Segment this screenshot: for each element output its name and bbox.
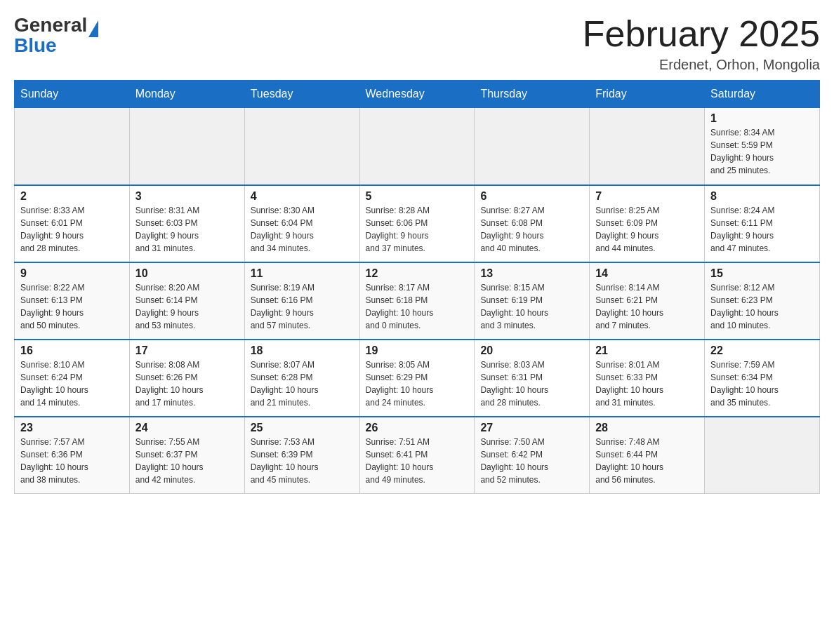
day-number: 8 (710, 190, 814, 203)
table-row: 22Sunrise: 7:59 AMSunset: 6:34 PMDayligh… (705, 340, 820, 417)
calendar-header-row: Sunday Monday Tuesday Wednesday Thursday… (15, 81, 820, 108)
day-info: Sunrise: 8:15 AMSunset: 6:19 PMDaylight:… (480, 281, 583, 332)
day-number: 16 (20, 344, 124, 357)
calendar-table: Sunday Monday Tuesday Wednesday Thursday… (14, 80, 820, 494)
calendar-week-row: 23Sunrise: 7:57 AMSunset: 6:36 PMDayligh… (15, 417, 820, 494)
col-sunday: Sunday (15, 81, 130, 108)
day-number: 4 (251, 190, 354, 203)
day-number: 23 (20, 422, 124, 434)
day-info: Sunrise: 8:17 AMSunset: 6:18 PMDaylight:… (366, 281, 469, 332)
day-number: 7 (595, 190, 699, 203)
day-info: Sunrise: 7:48 AMSunset: 6:44 PMDaylight:… (595, 436, 699, 486)
table-row: 23Sunrise: 7:57 AMSunset: 6:36 PMDayligh… (15, 417, 130, 494)
day-number: 24 (135, 422, 239, 434)
day-info: Sunrise: 8:28 AMSunset: 6:06 PMDaylight:… (366, 204, 469, 255)
table-row: 24Sunrise: 7:55 AMSunset: 6:37 PMDayligh… (129, 417, 244, 494)
col-monday: Monday (129, 81, 244, 108)
day-number: 11 (251, 267, 354, 280)
location-label: Erdenet, Orhon, Mongolia (583, 57, 820, 73)
table-row: 4Sunrise: 8:30 AMSunset: 6:04 PMDaylight… (244, 185, 359, 262)
table-row (15, 108, 130, 185)
logo-general-text: General (14, 14, 87, 36)
logo-blue-text: Blue (14, 34, 98, 57)
day-number: 19 (366, 344, 469, 357)
table-row: 7Sunrise: 8:25 AMSunset: 6:09 PMDaylight… (590, 185, 705, 262)
table-row (244, 108, 359, 185)
day-info: Sunrise: 8:33 AMSunset: 6:01 PMDaylight:… (20, 204, 124, 255)
table-row: 27Sunrise: 7:50 AMSunset: 6:42 PMDayligh… (475, 417, 590, 494)
day-info: Sunrise: 8:34 AMSunset: 5:59 PMDaylight:… (710, 126, 814, 177)
table-row: 26Sunrise: 7:51 AMSunset: 6:41 PMDayligh… (359, 417, 475, 494)
day-number: 9 (20, 267, 124, 280)
day-info: Sunrise: 7:59 AMSunset: 6:34 PMDaylight:… (710, 358, 814, 409)
table-row: 14Sunrise: 8:14 AMSunset: 6:21 PMDayligh… (590, 262, 705, 340)
day-number: 12 (366, 267, 469, 280)
table-row: 15Sunrise: 8:12 AMSunset: 6:23 PMDayligh… (705, 262, 820, 340)
day-info: Sunrise: 8:05 AMSunset: 6:29 PMDaylight:… (366, 358, 469, 409)
table-row: 28Sunrise: 7:48 AMSunset: 6:44 PMDayligh… (590, 417, 705, 494)
day-info: Sunrise: 7:55 AMSunset: 6:37 PMDaylight:… (135, 436, 239, 486)
day-number: 13 (480, 267, 583, 280)
table-row: 6Sunrise: 8:27 AMSunset: 6:08 PMDaylight… (475, 185, 590, 262)
day-info: Sunrise: 7:57 AMSunset: 6:36 PMDaylight:… (20, 436, 124, 486)
table-row: 1Sunrise: 8:34 AMSunset: 5:59 PMDaylight… (705, 108, 820, 185)
logo: General Blue (14, 14, 98, 57)
table-row: 12Sunrise: 8:17 AMSunset: 6:18 PMDayligh… (359, 262, 475, 340)
day-number: 1 (710, 112, 814, 125)
day-number: 10 (135, 267, 239, 280)
col-friday: Friday (590, 81, 705, 108)
table-row (359, 108, 475, 185)
calendar-week-row: 1Sunrise: 8:34 AMSunset: 5:59 PMDaylight… (15, 108, 820, 185)
day-info: Sunrise: 8:27 AMSunset: 6:08 PMDaylight:… (480, 204, 583, 255)
table-row: 20Sunrise: 8:03 AMSunset: 6:31 PMDayligh… (475, 340, 590, 417)
table-row: 18Sunrise: 8:07 AMSunset: 6:28 PMDayligh… (244, 340, 359, 417)
calendar-week-row: 9Sunrise: 8:22 AMSunset: 6:13 PMDaylight… (15, 262, 820, 340)
day-number: 21 (595, 344, 699, 357)
day-info: Sunrise: 8:19 AMSunset: 6:16 PMDaylight:… (251, 281, 354, 332)
col-tuesday: Tuesday (244, 81, 359, 108)
table-row: 17Sunrise: 8:08 AMSunset: 6:26 PMDayligh… (129, 340, 244, 417)
table-row: 25Sunrise: 7:53 AMSunset: 6:39 PMDayligh… (244, 417, 359, 494)
logo-triangle-icon (88, 20, 98, 37)
day-number: 2 (20, 190, 124, 203)
day-number: 28 (595, 422, 699, 434)
day-number: 27 (480, 422, 583, 434)
day-info: Sunrise: 7:53 AMSunset: 6:39 PMDaylight:… (251, 436, 354, 486)
day-info: Sunrise: 8:03 AMSunset: 6:31 PMDaylight:… (480, 358, 583, 409)
day-number: 14 (595, 267, 699, 280)
table-row (129, 108, 244, 185)
day-info: Sunrise: 8:30 AMSunset: 6:04 PMDaylight:… (251, 204, 354, 255)
calendar-week-row: 16Sunrise: 8:10 AMSunset: 6:24 PMDayligh… (15, 340, 820, 417)
day-number: 25 (251, 422, 354, 434)
col-saturday: Saturday (705, 81, 820, 108)
day-number: 5 (366, 190, 469, 203)
day-info: Sunrise: 8:12 AMSunset: 6:23 PMDaylight:… (710, 281, 814, 332)
day-number: 3 (135, 190, 239, 203)
calendar-week-row: 2Sunrise: 8:33 AMSunset: 6:01 PMDaylight… (15, 185, 820, 262)
day-info: Sunrise: 8:07 AMSunset: 6:28 PMDaylight:… (251, 358, 354, 409)
col-wednesday: Wednesday (359, 81, 475, 108)
day-info: Sunrise: 8:24 AMSunset: 6:11 PMDaylight:… (710, 204, 814, 255)
table-row: 10Sunrise: 8:20 AMSunset: 6:14 PMDayligh… (129, 262, 244, 340)
day-info: Sunrise: 8:20 AMSunset: 6:14 PMDaylight:… (135, 281, 239, 332)
day-number: 6 (480, 190, 583, 203)
table-row: 11Sunrise: 8:19 AMSunset: 6:16 PMDayligh… (244, 262, 359, 340)
table-row: 2Sunrise: 8:33 AMSunset: 6:01 PMDaylight… (15, 185, 130, 262)
day-info: Sunrise: 8:25 AMSunset: 6:09 PMDaylight:… (595, 204, 699, 255)
table-row: 16Sunrise: 8:10 AMSunset: 6:24 PMDayligh… (15, 340, 130, 417)
day-info: Sunrise: 8:10 AMSunset: 6:24 PMDaylight:… (20, 358, 124, 409)
day-info: Sunrise: 8:14 AMSunset: 6:21 PMDaylight:… (595, 281, 699, 332)
day-number: 18 (251, 344, 354, 357)
month-title: February 2025 (583, 14, 820, 54)
table-row (475, 108, 590, 185)
day-info: Sunrise: 7:50 AMSunset: 6:42 PMDaylight:… (480, 436, 583, 486)
day-number: 20 (480, 344, 583, 357)
day-info: Sunrise: 8:31 AMSunset: 6:03 PMDaylight:… (135, 204, 239, 255)
page-header: General Blue February 2025 Erdenet, Orho… (14, 14, 820, 73)
day-info: Sunrise: 8:01 AMSunset: 6:33 PMDaylight:… (595, 358, 699, 409)
table-row: 19Sunrise: 8:05 AMSunset: 6:29 PMDayligh… (359, 340, 475, 417)
day-number: 15 (710, 267, 814, 280)
table-row: 8Sunrise: 8:24 AMSunset: 6:11 PMDaylight… (705, 185, 820, 262)
day-info: Sunrise: 7:51 AMSunset: 6:41 PMDaylight:… (366, 436, 469, 486)
table-row: 21Sunrise: 8:01 AMSunset: 6:33 PMDayligh… (590, 340, 705, 417)
